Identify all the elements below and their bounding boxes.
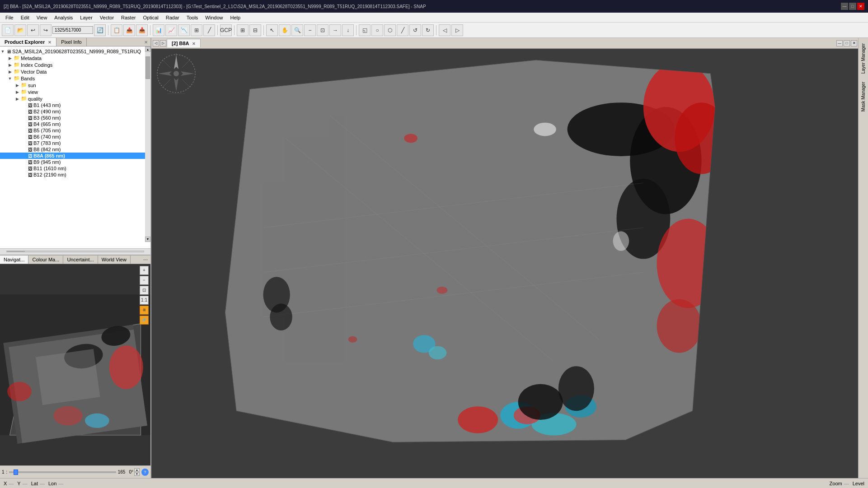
left-panel-close-btn[interactable]: ✕ (141, 39, 150, 46)
view-close-btn[interactable]: ✕ (851, 40, 857, 46)
rotation-down-btn[interactable]: ▼ (134, 472, 140, 476)
toolbar-redo-btn[interactable]: ↪ (40, 24, 52, 36)
toolbar-refresh-btn[interactable]: 🔄 (94, 24, 106, 36)
toolbar-draw-ellipse-btn[interactable]: ○ (371, 24, 383, 36)
tree-node-quality[interactable]: ▶📁quality (0, 95, 150, 102)
nav-zoom-in-btn[interactable]: + (140, 266, 149, 275)
toolbar-subset-btn[interactable]: 📋 (111, 24, 122, 36)
tree-node-b3[interactable]: 🖼B3 (560 nm) (0, 115, 150, 121)
menu-item-raster[interactable]: Raster (117, 14, 139, 21)
toolbar-zoomout-btn[interactable]: − (304, 24, 316, 36)
toolbar-fit-btn[interactable]: ⊡ (317, 24, 328, 36)
tree-node-root[interactable]: ▼🖥S2A_MSIL2A_20190628T023551_N9999_R089_… (0, 48, 150, 55)
tree-node-b9[interactable]: 🖼B9 (945 nm) (0, 159, 150, 165)
tree-node-b2[interactable]: 🖼B2 (490 nm) (0, 108, 150, 115)
tree-toggle-sun[interactable]: ▶ (14, 83, 20, 88)
toolbar-bitmask-btn[interactable]: ⊞ (191, 24, 202, 36)
menu-item-layer[interactable]: Layer (76, 14, 96, 21)
tab-navigator[interactable]: Navigat... (0, 256, 28, 264)
tree-node-bands[interactable]: ▼📁Bands (0, 75, 150, 82)
toolbar-mosaic-btn[interactable]: ⊟ (249, 24, 261, 36)
toolbar-profile-btn[interactable]: ╱ (203, 24, 215, 36)
tree-node-indexCodings[interactable]: ▶📁Index Codings (0, 61, 150, 68)
tree-node-view[interactable]: ▶📁view (0, 88, 150, 95)
tree-node-b11[interactable]: 🖼B11 (1610 nm) (0, 165, 150, 172)
toolbar-zoomright-btn[interactable]: → (329, 24, 341, 36)
tab-colour-manipulation[interactable]: Colour Ma... (28, 256, 63, 264)
nav-sync-btn[interactable]: ⊞ (140, 306, 149, 315)
close-button[interactable]: ✕ (857, 3, 864, 10)
scroll-up-arrow[interactable]: ▲ (145, 46, 150, 52)
scroll-thumb[interactable] (145, 56, 150, 79)
tree-node-b8a[interactable]: 🖼B8A (865 nm) (0, 153, 150, 159)
tab-pixel-info[interactable]: Pixel Info (56, 38, 86, 46)
menu-item-vector[interactable]: Vector (96, 14, 117, 21)
toolbar-zoomin-btn[interactable]: 🔍 (291, 24, 303, 36)
view-minimize-btn[interactable]: — (836, 40, 843, 46)
toolbar-collocate-btn[interactable]: ⊞ (237, 24, 249, 36)
tree-node-sun[interactable]: ▶📁sun (0, 82, 150, 88)
tab-product-explorer[interactable]: Product Explorer ✕ (0, 38, 56, 46)
tree-node-vectorData[interactable]: ▶📁Vector Data (0, 68, 150, 75)
tree-node-b6[interactable]: 🖼B6 (740 nm) (0, 134, 150, 140)
tab-world-view[interactable]: World View (98, 256, 131, 264)
toolbar-spectrum-btn[interactable]: 📊 (153, 24, 164, 36)
nav-zoom-out-btn[interactable]: − (140, 276, 149, 285)
tree-toggle-bands[interactable]: ▼ (7, 76, 13, 81)
menu-item-edit[interactable]: Edit (17, 14, 33, 21)
toolbar-undo-btn[interactable]: ↩ (27, 24, 39, 36)
tree-node-b12[interactable]: 🖼B12 (2190 nm) (0, 172, 150, 178)
nav-zoom-fit-btn[interactable]: ⊡ (140, 286, 149, 295)
toolbar-forward-btn[interactable]: ▷ (451, 24, 463, 36)
nav-link-btn[interactable]: 🔗 (140, 316, 149, 325)
toolbar-histogram-btn[interactable]: 📉 (178, 24, 190, 36)
satellite-canvas[interactable] (151, 49, 858, 478)
tree-node-b5[interactable]: 🖼B5 (705 nm) (0, 127, 150, 134)
view-tab-prev-btn[interactable]: ◁ (153, 40, 159, 46)
scroll-down-arrow[interactable]: ▼ (145, 237, 150, 242)
menu-item-analysis[interactable]: Analysis (51, 14, 76, 21)
right-tab-layer-manager[interactable]: Layer Manager (859, 40, 867, 77)
toolbar-pan-btn[interactable]: ✋ (279, 24, 291, 36)
toolbar-open-btn[interactable]: 📂 (14, 24, 26, 36)
h-scroll-thumb[interactable] (7, 251, 25, 252)
tab-product-explorer-close[interactable]: ✕ (48, 40, 52, 45)
menu-item-tools[interactable]: Tools (183, 14, 202, 21)
tree-toggle-metadata[interactable]: ▶ (7, 56, 13, 60)
toolbar-draw-rect-btn[interactable]: ◱ (359, 24, 371, 36)
menu-item-file[interactable]: File (2, 14, 17, 21)
toolbar-import-btn[interactable]: 📥 (136, 24, 148, 36)
tree-node-b1[interactable]: 🖼B1 (443 nm) (0, 102, 150, 108)
menu-item-window[interactable]: Window (202, 14, 226, 21)
minimize-button[interactable]: — (841, 3, 848, 10)
menu-item-optical[interactable]: Optical (139, 14, 162, 21)
tree-toggle-quality[interactable]: ▶ (14, 97, 20, 101)
toolbar-search-btn[interactable]: ◁ (439, 24, 450, 36)
toolbar-new-btn[interactable]: 📄 (2, 24, 14, 36)
right-tab-mask-manager[interactable]: Mask Manager (859, 78, 867, 115)
nav-scale-slider[interactable] (9, 471, 116, 473)
view-tab-next-btn[interactable]: ▷ (160, 40, 166, 46)
toolbar-gcp-btn[interactable]: GCP (220, 24, 232, 36)
maximize-button[interactable]: □ (849, 3, 856, 10)
toolbar-pointer-btn[interactable]: ↖ (266, 24, 278, 36)
tree-node-b7[interactable]: 🖼B7 (783 nm) (0, 140, 150, 146)
menu-item-radar[interactable]: Radar (162, 14, 183, 21)
rotation-up-btn[interactable]: ▲ (134, 468, 140, 472)
tree-node-metadata[interactable]: ▶📁Metadata (0, 55, 150, 61)
nav-zoom-actual-btn[interactable]: 1:1 (140, 296, 149, 305)
nav-help-btn[interactable]: ? (141, 469, 149, 476)
view-tab-b8a-close[interactable]: ✕ (192, 42, 196, 46)
tree-horizontal-scrollbar[interactable] (0, 248, 150, 255)
view-restore-btn[interactable]: □ (844, 40, 850, 46)
toolbar-rotate-left-btn[interactable]: ↺ (409, 24, 421, 36)
toolbar-rotate-right-btn[interactable]: ↻ (422, 24, 434, 36)
tree-node-b8[interactable]: 🖼B8 (842 nm) (0, 146, 150, 153)
tree-node-b4[interactable]: 🖼B4 (665 nm) (0, 121, 150, 127)
toolbar-export-btn[interactable]: 📤 (123, 24, 135, 36)
tree-vertical-scrollbar[interactable]: ▲ ▼ (145, 46, 150, 242)
tree-toggle-indexCodings[interactable]: ▶ (7, 63, 13, 67)
tree-toggle-root[interactable]: ▼ (0, 49, 5, 54)
view-tab-b8a[interactable]: [2] B8A ✕ (167, 39, 201, 47)
toolbar-scatter-btn[interactable]: 📈 (165, 24, 177, 36)
